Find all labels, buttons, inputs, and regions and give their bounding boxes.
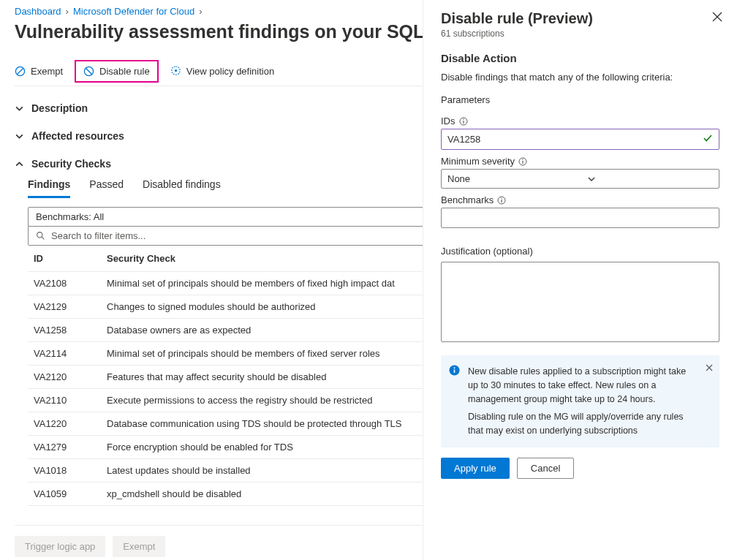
panel-title: Disable rule (Preview) <box>441 10 719 27</box>
apply-rule-button[interactable]: Apply rule <box>441 458 510 479</box>
svg-point-17 <box>502 197 502 198</box>
exempt-icon <box>15 66 26 77</box>
exempt-button[interactable]: Exempt <box>15 66 63 77</box>
chevron-right-icon: › <box>199 6 202 17</box>
svg-point-14 <box>522 159 523 159</box>
col-id[interactable]: ID <box>28 246 101 272</box>
cell-id: VA1279 <box>28 436 101 459</box>
disable-rule-label: Disable rule <box>99 66 150 77</box>
benchmarks-input[interactable] <box>441 208 719 228</box>
disable-rule-panel: Disable rule (Preview) 61 subscriptions … <box>423 0 737 560</box>
close-icon <box>712 12 722 22</box>
info-text-1: New disable rules applied to a subscript… <box>468 365 697 406</box>
chevron-up-icon <box>15 159 24 169</box>
dismiss-banner[interactable] <box>706 362 713 376</box>
min-severity-select[interactable]: None <box>441 169 719 189</box>
panel-subtitle: 61 subscriptions <box>441 29 719 39</box>
info-banner: New disable rules applied to a subscript… <box>441 355 719 447</box>
cell-id: VA1258 <box>28 319 101 342</box>
benchmarks-label: Benchmarks <box>441 194 494 205</box>
tab-findings[interactable]: Findings <box>28 178 70 198</box>
svg-line-1 <box>18 69 23 75</box>
breadcrumb-dashboard[interactable]: Dashboard <box>15 6 61 17</box>
info-icon <box>518 157 527 166</box>
svg-point-4 <box>175 69 177 72</box>
svg-point-11 <box>463 118 464 119</box>
search-placeholder: Search to filter items... <box>51 230 145 241</box>
breadcrumb-defender[interactable]: Microsoft Defender for Cloud <box>73 6 194 17</box>
cell-id: VA2114 <box>28 342 101 366</box>
chevron-down-icon <box>587 175 596 183</box>
exempt-bottom-button[interactable]: Exempt <box>113 536 165 557</box>
trigger-logic-app-button[interactable]: Trigger logic app <box>15 536 105 557</box>
chevron-down-icon <box>15 132 24 141</box>
exempt-label: Exempt <box>31 66 63 77</box>
svg-point-20 <box>454 367 456 368</box>
search-icon <box>36 231 45 241</box>
check-icon <box>703 133 713 145</box>
ids-label: IDs <box>441 116 456 126</box>
info-icon <box>459 117 468 126</box>
cell-id: VA1220 <box>28 412 101 436</box>
disable-action-desc: Disable findings that match any of the f… <box>441 72 719 83</box>
parameters-label: Parameters <box>441 94 719 105</box>
ids-input[interactable]: VA1258 <box>441 129 719 150</box>
chevron-right-icon: › <box>66 6 69 17</box>
min-severity-label: Minimum severity <box>441 156 515 167</box>
justification-textarea[interactable] <box>441 262 719 342</box>
disable-action-heading: Disable Action <box>441 52 719 64</box>
cell-id: VA2108 <box>28 272 101 295</box>
view-policy-button[interactable]: View policy definition <box>170 66 274 77</box>
svg-point-5 <box>37 232 42 238</box>
svg-line-3 <box>86 68 91 74</box>
cell-id: VA2120 <box>28 366 101 389</box>
info-text-2: Disabling rule on the MG will apply/over… <box>468 410 697 438</box>
cancel-button[interactable]: Cancel <box>517 458 574 479</box>
cell-id: VA1059 <box>28 483 101 506</box>
tab-passed[interactable]: Passed <box>89 178 124 198</box>
svg-line-6 <box>42 237 44 239</box>
justification-label: Justification (optional) <box>441 246 533 257</box>
chevron-down-icon <box>15 104 24 113</box>
cell-id: VA2129 <box>28 295 101 319</box>
close-button[interactable] <box>712 12 722 24</box>
policy-icon <box>170 66 181 77</box>
cell-id: VA2110 <box>28 389 101 412</box>
disable-rule-button[interactable]: Disable rule <box>79 64 154 78</box>
view-policy-label: View policy definition <box>186 66 274 77</box>
info-icon <box>449 365 460 380</box>
tab-disabled[interactable]: Disabled findings <box>143 178 221 198</box>
info-icon <box>497 196 506 205</box>
disable-icon <box>83 66 94 77</box>
cell-id: VA1018 <box>28 459 101 483</box>
